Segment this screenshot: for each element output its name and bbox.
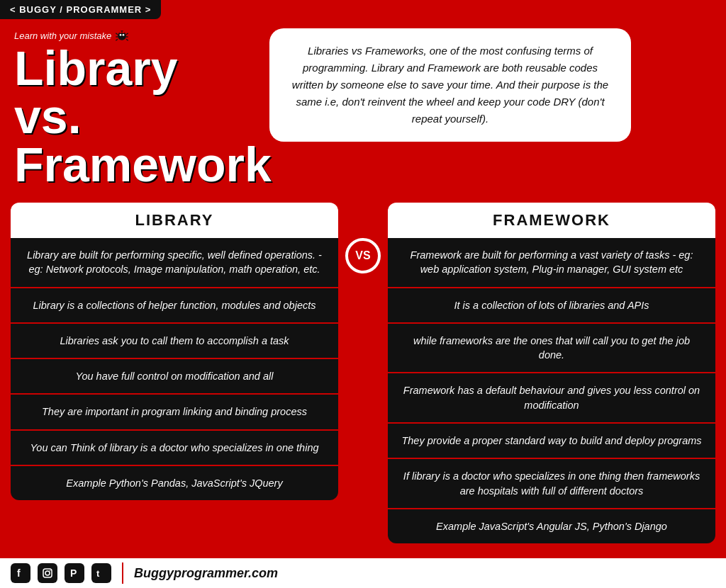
library-cell-7: Example Python's Pandas, JavaScript's JQ…: [11, 466, 338, 500]
framework-cell-7: Example JavaScript's Angular JS, Python'…: [388, 509, 715, 543]
vs-wrapper: VS: [345, 203, 381, 543]
library-cell-6: You can Think of library is a doctor who…: [11, 431, 338, 466]
facebook-icon[interactable]: f: [11, 563, 30, 583]
pinterest-icon[interactable]: P: [65, 563, 84, 583]
framework-header: FRAMEWORK: [388, 203, 715, 238]
footer-divider: [122, 562, 123, 584]
framework-body: Framework are built for performing a vas…: [388, 238, 715, 543]
library-header: LIBRARY: [11, 203, 338, 238]
framework-cell-6: If library is a doctor who specializes i…: [388, 459, 715, 509]
framework-cell-4: Framework has a default behaviour and gi…: [388, 373, 715, 424]
framework-cell-3: while frameworks are the ones that will …: [388, 324, 715, 374]
library-cell-3: Libraries ask you to call them to accomp…: [11, 324, 338, 359]
brand-label: < BUGGY / PROGRAMMER >: [10, 4, 151, 15]
comparison-section: LIBRARY Library are built for performing…: [0, 203, 726, 543]
social-icons: f P t: [11, 563, 111, 583]
page-title: Library vs. Framework: [14, 44, 255, 188]
vs-circle: VS: [345, 238, 381, 273]
library-cell-1: Library are built for performing specifi…: [11, 238, 338, 288]
footer: f P t Buggyprogrammer.com: [0, 558, 726, 588]
framework-cell-1: Framework are built for performing a vas…: [388, 238, 715, 288]
framework-cell-5: They provide a proper standard way to bu…: [388, 424, 715, 459]
svg-point-2: [120, 31, 122, 33]
svg-point-15: [50, 570, 51, 572]
svg-line-5: [126, 33, 128, 35]
svg-point-11: [123, 34, 125, 36]
footer-url: Buggyprogrammer.com: [134, 566, 278, 581]
svg-text:t: t: [96, 568, 100, 579]
svg-point-3: [123, 31, 125, 33]
intro-bubble: Libraries vs Frameworks, one of the most…: [269, 28, 631, 142]
svg-line-4: [116, 33, 118, 35]
library-cell-4: You have full control on modification an…: [11, 359, 338, 395]
svg-point-14: [45, 571, 50, 575]
learn-tag: Learn with your mistake: [14, 28, 255, 43]
bug-icon: [115, 28, 129, 43]
svg-point-10: [120, 34, 122, 36]
library-column: LIBRARY Library are built for performing…: [11, 203, 338, 543]
twitter-icon[interactable]: t: [91, 563, 111, 583]
svg-text:f: f: [17, 567, 21, 579]
title-block: Learn with your mistake Library vs. Fram…: [14, 28, 255, 188]
library-body: Library are built for performing specifi…: [11, 238, 338, 500]
svg-rect-13: [43, 569, 52, 577]
library-cell-2: Library is a collections of helper funct…: [11, 288, 338, 324]
framework-cell-2: It is a collection of lots of libraries …: [388, 288, 715, 324]
brand-bar: < BUGGY / PROGRAMMER >: [0, 0, 161, 19]
svg-text:P: P: [70, 567, 77, 579]
library-cell-5: They are important in program linking an…: [11, 395, 338, 430]
instagram-icon[interactable]: [38, 563, 57, 583]
framework-column: FRAMEWORK Framework are built for perfor…: [388, 203, 715, 543]
header-section: Learn with your mistake Library vs. Fram…: [0, 0, 726, 196]
